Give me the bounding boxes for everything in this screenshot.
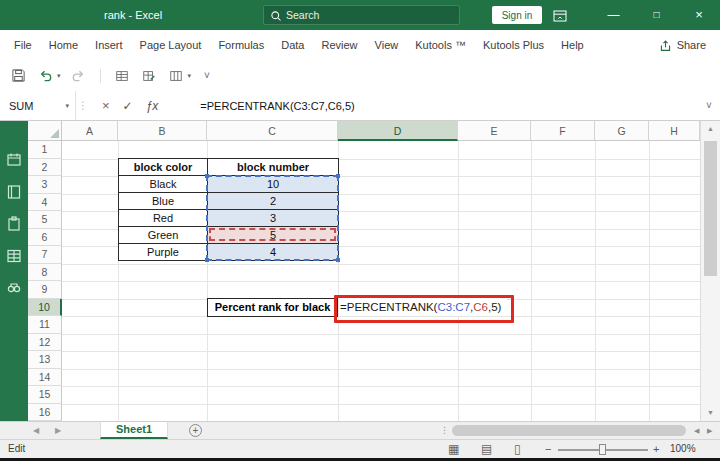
- row-header-3[interactable]: 3: [28, 176, 62, 194]
- undo-dropdown-icon[interactable]: ▾: [57, 72, 61, 80]
- share-icon: [659, 39, 672, 52]
- range-handle-icon[interactable]: [336, 258, 340, 262]
- range-reference-border[interactable]: [206, 175, 339, 261]
- scroll-up-icon[interactable]: ▲: [701, 121, 720, 137]
- column-header-c[interactable]: C: [207, 121, 338, 141]
- previous-sheet-icon[interactable]: ◀: [28, 422, 44, 439]
- insert-function-icon[interactable]: ƒx: [146, 99, 159, 113]
- scroll-right-icon[interactable]: ▶: [707, 422, 712, 439]
- menu-tab-view[interactable]: View: [375, 39, 399, 51]
- menu-tab-formulas[interactable]: Formulas: [218, 39, 264, 51]
- row-header-5[interactable]: 5: [28, 211, 62, 229]
- add-sheet-icon[interactable]: +: [189, 424, 202, 437]
- menu-tab-data[interactable]: Data: [281, 39, 304, 51]
- column-header-h[interactable]: H: [649, 121, 700, 141]
- column-header-g[interactable]: G: [595, 121, 649, 141]
- row-header-15[interactable]: 15: [28, 386, 62, 404]
- range-handle-icon[interactable]: [336, 174, 340, 178]
- row-header-4[interactable]: 4: [28, 194, 62, 212]
- column-headers: ABCDEFGH: [0, 121, 720, 141]
- range-handle-icon[interactable]: [205, 174, 209, 178]
- redo-icon[interactable]: [70, 67, 88, 85]
- row-header-10[interactable]: 10: [28, 299, 62, 317]
- menu-tab-file[interactable]: File: [14, 39, 32, 51]
- table-header-block-color[interactable]: block color: [119, 159, 208, 176]
- formula-bar-input[interactable]: =PERCENTRANK(C3:C7,C6,5): [170, 91, 698, 120]
- menu-tab-kutools-plus[interactable]: Kutools Plus: [483, 39, 544, 51]
- menu-tab-kutools[interactable]: Kutools ™: [415, 39, 466, 51]
- search-input[interactable]: Search: [263, 5, 460, 25]
- range-handle-icon[interactable]: [205, 258, 209, 262]
- cell-B7[interactable]: Purple: [119, 244, 208, 261]
- menu-tab-page-layout[interactable]: Page Layout: [140, 39, 202, 51]
- cancel-icon[interactable]: ×: [102, 98, 110, 113]
- scroll-left-icon[interactable]: ◀: [694, 422, 699, 439]
- row-header-14[interactable]: 14: [28, 369, 62, 387]
- undo-icon[interactable]: [36, 67, 54, 85]
- row-header-16[interactable]: 16: [28, 404, 62, 422]
- scroll-down-icon[interactable]: ▼: [701, 405, 720, 421]
- name-box[interactable]: SUM ▾: [0, 91, 76, 120]
- red-highlight-box: [334, 295, 514, 323]
- calendar-icon[interactable]: [5, 151, 23, 169]
- customize-toolbar-icon[interactable]: ˅: [204, 70, 210, 81]
- row-header-11[interactable]: 11: [28, 316, 62, 334]
- row-header-2[interactable]: 2: [28, 159, 62, 177]
- vertical-scroll-thumb[interactable]: [704, 141, 717, 276]
- cell-B3[interactable]: Black: [119, 176, 208, 193]
- table-header-block-number[interactable]: block number: [208, 159, 339, 176]
- row-header-1[interactable]: 1: [28, 141, 62, 159]
- enter-icon[interactable]: ✓: [123, 99, 133, 113]
- column-header-a[interactable]: A: [62, 121, 118, 141]
- column-header-b[interactable]: B: [118, 121, 207, 141]
- share-button[interactable]: Share: [659, 39, 720, 52]
- scrollbar-grip-icon[interactable]: ⋮: [440, 422, 449, 439]
- table-columns-icon[interactable]: [167, 67, 185, 85]
- row-header-7[interactable]: 7: [28, 246, 62, 264]
- cell-B5[interactable]: Red: [119, 210, 208, 227]
- zoom-level[interactable]: 100%: [670, 440, 696, 458]
- zoom-in-icon[interactable]: +: [653, 440, 659, 458]
- vertical-scrollbar[interactable]: ▲ ▼: [700, 121, 720, 421]
- cell-B6[interactable]: Green: [119, 227, 208, 244]
- horizontal-scroll-thumb[interactable]: [452, 425, 686, 436]
- binoculars-icon[interactable]: [5, 279, 23, 297]
- menu-tab-home[interactable]: Home: [49, 39, 78, 51]
- row-header-8[interactable]: 8: [28, 264, 62, 282]
- ribbon-display-options-icon[interactable]: [552, 8, 568, 24]
- menu-tab-insert[interactable]: Insert: [95, 39, 123, 51]
- column-header-e[interactable]: E: [458, 121, 531, 141]
- menu-tab-review[interactable]: Review: [321, 39, 357, 51]
- cell-reference-border[interactable]: [209, 228, 336, 241]
- name-box-caret-icon[interactable]: ▾: [65, 102, 69, 110]
- clipboard-icon[interactable]: [5, 215, 23, 233]
- normal-view-icon[interactable]: ▦: [448, 440, 459, 458]
- gridline: [62, 369, 700, 370]
- zoom-slider-thumb[interactable]: [599, 444, 606, 455]
- zoom-out-icon[interactable]: −: [545, 440, 551, 458]
- page-layout-view-icon[interactable]: ▤: [481, 440, 492, 458]
- row-header-9[interactable]: 9: [28, 281, 62, 299]
- cell-B4[interactable]: Blue: [119, 193, 208, 210]
- column-header-f[interactable]: F: [531, 121, 595, 141]
- column-header-d[interactable]: D: [338, 121, 458, 141]
- maximize-button[interactable]: □: [635, 0, 678, 30]
- toolbar-caret-icon[interactable]: ▾: [188, 72, 192, 80]
- table-icon[interactable]: [113, 67, 131, 85]
- formula-bar-expand-icon[interactable]: ˅: [698, 91, 720, 120]
- table-edit-icon[interactable]: [140, 67, 158, 85]
- sign-in-button[interactable]: Sign in: [492, 6, 542, 24]
- row-header-12[interactable]: 12: [28, 334, 62, 352]
- page-break-view-icon[interactable]: ▯: [514, 440, 521, 458]
- save-icon[interactable]: [9, 67, 27, 85]
- row-header-13[interactable]: 13: [28, 351, 62, 369]
- workbook-icon[interactable]: [5, 183, 23, 201]
- cell-C10-label[interactable]: Percent rank for black: [207, 298, 338, 317]
- next-sheet-icon[interactable]: ▶: [50, 422, 66, 439]
- row-header-6[interactable]: 6: [28, 229, 62, 247]
- worksheet-grid-icon[interactable]: [5, 247, 23, 265]
- menu-tab-help[interactable]: Help: [561, 39, 584, 51]
- minimize-button[interactable]: —: [592, 0, 635, 30]
- sheet-tab-sheet1[interactable]: Sheet1: [100, 422, 168, 439]
- close-button[interactable]: ×: [678, 0, 720, 30]
